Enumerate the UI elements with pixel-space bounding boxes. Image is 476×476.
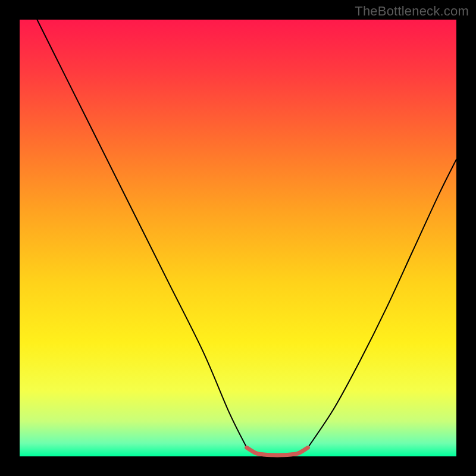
- plot-background: [20, 20, 456, 456]
- bottleneck-chart: [0, 0, 476, 476]
- chart-frame: TheBottleneck.com: [0, 0, 476, 476]
- watermark-text: TheBottleneck.com: [355, 4, 469, 19]
